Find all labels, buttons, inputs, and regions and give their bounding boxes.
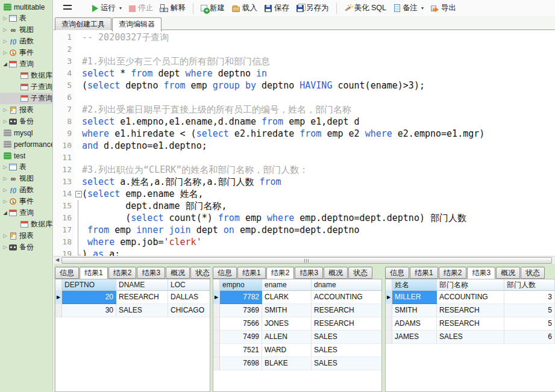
cell[interactable]: ALLEN: [262, 331, 312, 344]
dropdown-caret-icon[interactable]: ▾: [119, 5, 122, 11]
cell[interactable]: 7521: [220, 344, 262, 357]
code-text[interactable]: (select deptno from emp group by deptno …: [82, 79, 555, 92]
tab-概况[interactable]: 概况: [496, 267, 520, 279]
new-button[interactable]: 新建: [197, 1, 228, 15]
stop-button[interactable]: 停止: [125, 1, 157, 15]
table-row[interactable]: 30SALESCHICAGO: [55, 304, 210, 317]
column-header-LOC[interactable]: LOC: [168, 279, 210, 291]
tree-item-performance[interactable]: performance: [0, 138, 52, 150]
table-row[interactable]: 7369SMITHRESEARCH: [213, 304, 381, 317]
cell[interactable]: SALES: [312, 344, 382, 357]
column-header-部门名称[interactable]: 部门名称: [437, 279, 504, 291]
tab-状态[interactable]: 状态: [190, 267, 210, 279]
table-row[interactable]: ▶MILLERACCOUNTING3: [386, 291, 555, 304]
tree-item-函数[interactable]: ▷ƒ()函数: [0, 36, 52, 47]
code-text[interactable]: select a.姓名,a.部门名称,a.部门人数 from: [82, 176, 555, 188]
tree-expand-arrow[interactable]: ▷: [2, 199, 8, 204]
code-text[interactable]: [82, 92, 555, 104]
tree-item-视图[interactable]: ▷∞视图: [0, 173, 52, 184]
cell[interactable]: CHICAGO: [168, 304, 210, 317]
tree-item-报表[interactable]: ▷报表: [0, 104, 52, 116]
cell[interactable]: SALES: [437, 331, 504, 344]
table-row[interactable]: JAMESSALES6: [386, 331, 555, 344]
tree-item-子查询[interactable]: 子查询: [0, 81, 52, 93]
cell[interactable]: RESEARCH: [437, 317, 504, 331]
table-row[interactable]: 7698BLAKESALES: [213, 357, 381, 370]
code-text[interactable]: #3.列出职位为“CLERK”的姓名和部门名称，部门人数：: [82, 164, 555, 176]
tree-item-子查询[interactable]: 子查询: [0, 93, 52, 104]
tree-expand-arrow[interactable]: ▷: [2, 244, 8, 250]
editor-horizontal-scrollbar[interactable]: ◀: [54, 256, 555, 264]
code-text[interactable]: and d.deptno=e1.deptno;: [82, 140, 555, 152]
fold-marker[interactable]: [74, 188, 82, 200]
load-button[interactable]: 载入: [228, 1, 261, 15]
tab-概况[interactable]: 概况: [324, 267, 348, 279]
cell[interactable]: 7698: [220, 357, 262, 370]
column-header-empno[interactable]: empno: [220, 279, 262, 291]
scroll-left-arrow[interactable]: ◀: [54, 257, 61, 264]
code-text[interactable]: where emp.job='clerk': [82, 236, 555, 248]
code-text[interactable]: (select emp.ename 姓名,: [82, 188, 555, 200]
cell[interactable]: DALLAS: [168, 291, 210, 304]
tree-item-视图[interactable]: ▷∞视图: [0, 24, 52, 36]
run-button[interactable]: 运行▾: [89, 1, 125, 15]
tab-结果1[interactable]: 结果1: [237, 267, 266, 279]
export-button[interactable]: 导出: [427, 1, 460, 15]
cell[interactable]: SALES: [312, 331, 382, 344]
column-header-dname[interactable]: dname: [312, 279, 382, 291]
cell[interactable]: JONES: [262, 317, 312, 331]
table-row[interactable]: ADAMSRESEARCH5: [386, 317, 555, 331]
tree-item-备份[interactable]: ▷备份: [0, 116, 52, 127]
cell[interactable]: 7499: [220, 331, 262, 344]
dropdown-caret-icon[interactable]: ▾: [421, 5, 424, 11]
cell[interactable]: RESEARCH: [312, 317, 382, 331]
tab-结果3[interactable]: 结果3: [137, 267, 165, 279]
tree-item-数据库[interactable]: 数据库: [0, 70, 52, 81]
save-button[interactable]: 保存: [261, 1, 293, 15]
tab-查询创建工具[interactable]: 查询创建工具: [55, 17, 111, 30]
table-row[interactable]: ▶20RESEARCHDALLAS: [55, 291, 210, 304]
tree-item-查询[interactable]: ◢查询: [0, 58, 52, 70]
cell[interactable]: RESEARCH: [116, 291, 168, 304]
cell[interactable]: ACCOUNTING: [312, 291, 382, 304]
tab-结果3[interactable]: 结果3: [467, 267, 495, 279]
cell[interactable]: ACCOUNTING: [437, 291, 504, 304]
code-text[interactable]: [82, 43, 555, 55]
save-as-button[interactable]: 另存为: [293, 1, 333, 15]
tree-expand-arrow[interactable]: ▷: [2, 39, 8, 44]
cell[interactable]: RESEARCH: [312, 304, 382, 317]
code-text[interactable]: select e1.empno,e1.ename,d.dname from em…: [82, 116, 555, 128]
cell[interactable]: 20: [62, 291, 116, 304]
column-header-部门人数[interactable]: 部门人数: [504, 279, 555, 291]
tab-概况[interactable]: 概况: [166, 267, 190, 279]
code-text[interactable]: #1.列出至少有三个员工的所有部门和部门信息: [82, 55, 555, 67]
menu-button[interactable]: [60, 3, 75, 13]
tab-状态[interactable]: 状态: [521, 267, 545, 279]
tree-expand-arrow[interactable]: ▷: [2, 50, 8, 55]
cell[interactable]: 6: [504, 331, 555, 344]
cell[interactable]: JAMES: [392, 331, 437, 344]
tree-expand-arrow[interactable]: ▷: [2, 164, 8, 170]
tab-结果1[interactable]: 结果1: [410, 267, 438, 279]
cell[interactable]: 7782: [220, 291, 262, 304]
tab-查询编辑器[interactable]: 查询编辑器: [112, 17, 161, 31]
tree-expand-arrow[interactable]: ▷: [2, 16, 8, 21]
code-text[interactable]: dept.dname 部门名称,: [82, 200, 555, 212]
cell[interactable]: 7566: [220, 317, 262, 331]
cell[interactable]: SALES: [312, 357, 382, 370]
tree-item-表[interactable]: ▷表: [0, 13, 52, 24]
scrollbar-thumb[interactable]: [61, 257, 552, 264]
tab-结果2[interactable]: 结果2: [108, 267, 137, 279]
tab-状态[interactable]: 状态: [348, 267, 372, 279]
cell[interactable]: 3: [504, 291, 555, 304]
code-text[interactable]: -- 20200327子查询: [82, 31, 555, 43]
cell[interactable]: ADAMS: [392, 317, 437, 331]
tree-expand-arrow[interactable]: ▷: [2, 187, 8, 193]
beautify-sql-button[interactable]: 美化 SQL: [340, 1, 390, 15]
tree-expand-arrow[interactable]: ▷: [2, 27, 8, 33]
tree-expand-arrow[interactable]: ▷: [2, 176, 8, 181]
tree-expand-arrow[interactable]: ▷: [2, 233, 8, 238]
cell[interactable]: RESEARCH: [437, 304, 504, 317]
code-text[interactable]: where e1.hiredate < (select e2.hiredate …: [82, 128, 555, 140]
cell[interactable]: 5: [504, 317, 555, 331]
